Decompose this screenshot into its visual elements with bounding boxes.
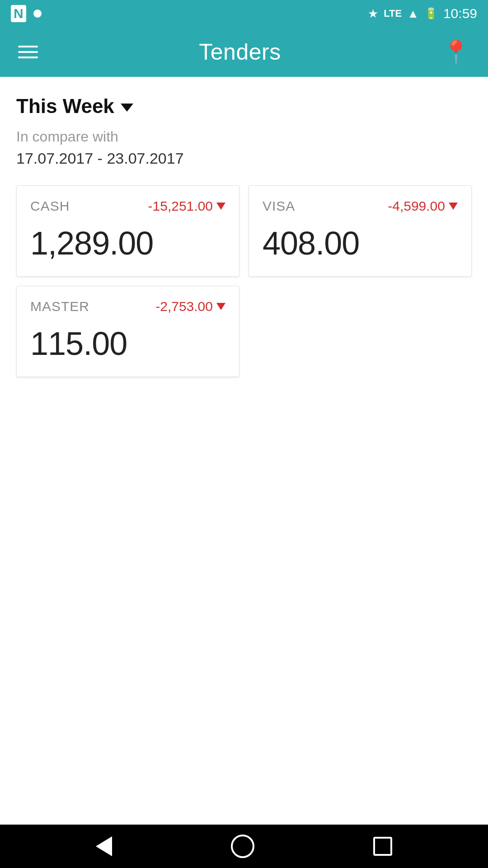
clock: 10:59 [443,6,477,21]
cash-card-header: CASH -15,251.00 [30,198,225,214]
master-value: 115.00 [30,325,225,362]
bluetooth-icon: ★ [368,7,378,21]
back-icon [96,836,112,856]
status-bar-right: ★ LTE ▲ 🔋 10:59 [368,6,477,21]
app-bar-title: Tenders [199,39,281,65]
main-content: This Week In compare with 17.07.2017 - 2… [0,77,488,610]
cash-label: CASH [30,198,70,214]
battery-icon: 🔋 [424,7,438,20]
cards-grid: CASH -15,251.00 1,289.00 VISA -4,599.00 … [16,185,472,395]
notification-dot [33,9,42,18]
status-bar-left: N [11,5,42,22]
visa-value: 408.00 [263,225,458,262]
master-change-value: -2,753.00 [155,299,213,314]
master-card-header: MASTER -2,753.00 [30,299,225,314]
cash-down-arrow-icon [216,203,225,210]
visa-change: -4,599.00 [388,198,458,214]
visa-card-header: VISA -4,599.00 [263,198,458,214]
master-change: -2,753.00 [155,299,225,314]
compare-label: In compare with [16,128,472,145]
back-button[interactable] [96,836,112,856]
cash-change-value: -15,251.00 [148,198,213,214]
home-icon [231,835,254,858]
period-selector[interactable]: This Week [16,95,472,118]
visa-down-arrow-icon [449,203,458,210]
home-button[interactable] [231,835,254,858]
hamburger-menu-button[interactable] [18,46,38,58]
bottom-nav [0,825,488,868]
app-bar: Tenders 📍 [0,27,488,77]
master-card[interactable]: MASTER -2,753.00 115.00 [16,286,239,377]
visa-label: VISA [263,198,295,214]
cash-change: -15,251.00 [148,198,225,214]
location-icon[interactable]: 📍 [442,39,470,65]
lte-icon: LTE [384,8,402,19]
visa-change-value: -4,599.00 [388,198,445,214]
recent-apps-button[interactable] [373,837,392,856]
app-icon: N [11,5,26,22]
status-bar: N ★ LTE ▲ 🔋 10:59 [0,0,488,27]
recent-apps-icon [373,837,392,856]
cash-card[interactable]: CASH -15,251.00 1,289.00 [16,185,239,277]
chevron-down-icon [121,104,133,112]
signal-icon: ▲ [407,7,419,21]
master-down-arrow-icon [216,303,225,310]
master-label: MASTER [30,299,89,314]
period-label: This Week [16,95,114,118]
cash-value: 1,289.00 [30,225,225,262]
date-range: 17.07.2017 - 23.07.2017 [16,150,472,167]
visa-card[interactable]: VISA -4,599.00 408.00 [249,185,472,277]
